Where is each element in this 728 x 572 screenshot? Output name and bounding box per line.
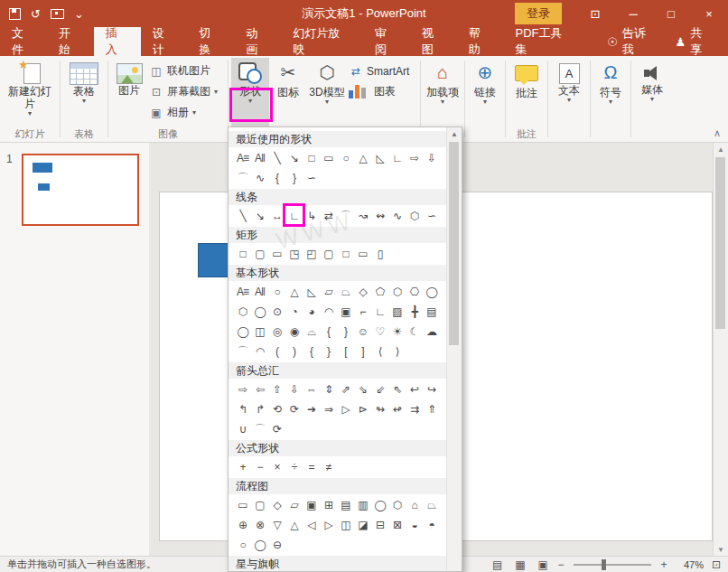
text-button[interactable]: A 文本 ▾ xyxy=(551,58,587,128)
shape-icon[interactable]: ▤ xyxy=(337,496,354,514)
shape-icon[interactable]: ) xyxy=(285,342,303,361)
shape-icon[interactable]: ◁ xyxy=(303,516,320,534)
view-mode-icon[interactable]: ▦ xyxy=(515,558,525,571)
shape-icon[interactable]: ⇄ xyxy=(320,207,337,225)
shape-icon[interactable]: ╋ xyxy=(406,303,423,321)
shape-icon[interactable]: ⇨ xyxy=(406,149,423,167)
vertical-scrollbar[interactable]: ▲ ▼ xyxy=(713,143,728,556)
menu-scrollbar[interactable]: ▲ xyxy=(446,127,462,571)
shape-icon[interactable]: ⇩ xyxy=(423,149,440,167)
shape-icon[interactable]: ▱ xyxy=(285,496,303,514)
shape-icon[interactable]: } xyxy=(285,169,303,187)
shape-icon[interactable]: ╲ xyxy=(234,207,251,225)
shape-icon[interactable]: ⇙ xyxy=(371,380,388,399)
shape-icon[interactable]: ↱ xyxy=(251,400,268,418)
shape-icon[interactable]: ⟩ xyxy=(388,342,406,361)
shape-icon[interactable]: ⬠ xyxy=(371,283,388,301)
tab-help[interactable]: 帮助 xyxy=(457,27,504,56)
shape-icon[interactable]: ( xyxy=(268,342,285,361)
shape-icon[interactable]: ◺ xyxy=(303,283,320,301)
shape-icon[interactable]: ↳ xyxy=(303,207,320,225)
shape-icon[interactable]: ∪ xyxy=(234,420,251,438)
view-mode-icon[interactable]: ▣ xyxy=(538,558,548,571)
scroll-down-icon[interactable]: ▼ xyxy=(714,543,728,556)
save-icon[interactable] xyxy=(9,8,21,20)
shape-icon[interactable]: ↩ xyxy=(406,380,423,399)
shape-icon[interactable]: ∿ xyxy=(251,169,268,187)
shape-icon[interactable]: ☾ xyxy=(406,323,423,341)
shape-icon[interactable]: + xyxy=(234,458,251,476)
shape-icon[interactable]: ⌒ xyxy=(337,207,354,225)
shape-icon[interactable]: ○ xyxy=(337,149,354,167)
shape-icon[interactable]: ▭ xyxy=(354,245,371,263)
minimize-button[interactable]: ─ xyxy=(614,0,652,27)
shape-icon[interactable]: ∟ xyxy=(388,149,406,167)
shape-icon[interactable]: ◠ xyxy=(320,303,337,321)
shape-icon[interactable]: ↔ xyxy=(268,207,285,225)
menu-scrollbar-thumb[interactable] xyxy=(449,142,459,345)
shape-icon[interactable]: ⟳ xyxy=(285,400,303,418)
shape-icon[interactable]: ◯ xyxy=(251,536,268,554)
shape-icon[interactable]: ♡ xyxy=(371,323,388,341)
tab-design[interactable]: 设计 xyxy=(141,27,188,56)
shape-icon[interactable]: − xyxy=(251,458,268,476)
shape-icon[interactable]: ⇕ xyxy=(320,380,337,399)
shape-icon[interactable]: A≡ xyxy=(234,149,251,167)
shape-icon[interactable]: ⌂ xyxy=(406,496,423,514)
shape-icon[interactable]: ⇨ xyxy=(234,380,251,399)
shape-icon[interactable]: } xyxy=(320,342,337,361)
table-button[interactable]: 表格 ▾ xyxy=(63,58,105,128)
shape-icon[interactable]: ⇒ xyxy=(320,400,337,418)
chart-button[interactable]: 图表 xyxy=(349,83,417,100)
links-button[interactable]: ⊕ 链接 ▾ xyxy=(468,58,502,128)
shape-icon[interactable]: ☁ xyxy=(423,323,440,341)
shape-icon[interactable]: ∟ xyxy=(285,207,303,225)
slide-thumbnail[interactable] xyxy=(22,154,139,226)
shape-icon[interactable]: ▱ xyxy=(320,283,337,301)
shape-icon[interactable]: ▣ xyxy=(337,303,354,321)
login-button[interactable]: 登录 xyxy=(515,3,562,24)
comment-button[interactable]: 批注 xyxy=(509,58,545,128)
shape-icon[interactable]: ⬡ xyxy=(388,496,406,514)
customize-qat-icon[interactable]: ⌄ xyxy=(74,8,84,20)
fit-to-window-icon[interactable]: ⊡ xyxy=(712,558,721,571)
shape-icon[interactable]: ↝ xyxy=(354,207,371,225)
shape-icon[interactable]: ◇ xyxy=(268,496,285,514)
shape-icon[interactable]: ⇖ xyxy=(388,380,406,399)
tab-pdf-tools[interactable]: PDF工具集 xyxy=(504,27,586,56)
share-button[interactable]: ♟ 共享 xyxy=(667,27,728,56)
shape-icon[interactable]: ↫ xyxy=(388,400,406,418)
shape-icon[interactable]: ▢ xyxy=(251,245,268,263)
shape-icon[interactable]: □ xyxy=(234,245,251,263)
shape-icon[interactable]: ⊗ xyxy=(251,516,268,534)
shape-icon[interactable]: ⇗ xyxy=(337,380,354,399)
shape-icon[interactable]: ↭ xyxy=(371,207,388,225)
tell-me-box[interactable]: ☉ 告诉我 xyxy=(598,27,666,56)
scroll-up-icon[interactable]: ▲ xyxy=(447,127,462,140)
shape-icon[interactable]: △ xyxy=(285,516,303,534)
shape-icon[interactable]: ◯ xyxy=(423,283,440,301)
shape-icon[interactable]: ⏢ xyxy=(423,496,440,514)
shape-icon[interactable]: ⊕ xyxy=(234,516,251,534)
scrollbar-thumb[interactable] xyxy=(715,157,725,329)
shape-icon[interactable]: { xyxy=(303,342,320,361)
shape-icon[interactable]: × xyxy=(268,458,285,476)
tab-file[interactable]: 文件 xyxy=(0,27,47,56)
shape-icon[interactable]: ▭ xyxy=(320,149,337,167)
shape-icon[interactable]: ▣ xyxy=(303,496,320,514)
close-button[interactable]: × xyxy=(690,0,728,27)
shape-icon[interactable]: ▽ xyxy=(268,516,285,534)
shape-icon[interactable]: ▷ xyxy=(320,516,337,534)
shape-icon[interactable]: ⊙ xyxy=(268,303,285,321)
view-mode-icon[interactable]: ▤ xyxy=(492,558,502,571)
shape-icon[interactable]: ⌒ xyxy=(234,342,251,361)
zoom-in-button[interactable]: + xyxy=(659,558,668,571)
shape-icon[interactable]: } xyxy=(337,323,354,341)
shape-icon[interactable]: ⇉ xyxy=(406,400,423,418)
shape-icon[interactable]: ▥ xyxy=(354,496,371,514)
shape-icon[interactable]: ⬡ xyxy=(388,283,406,301)
shape-icon[interactable]: { xyxy=(268,169,285,187)
shape-icon[interactable]: ◓ xyxy=(423,516,440,534)
shape-icon[interactable]: A‖ xyxy=(251,149,268,167)
shape-icon[interactable]: ⇦ xyxy=(251,380,268,399)
